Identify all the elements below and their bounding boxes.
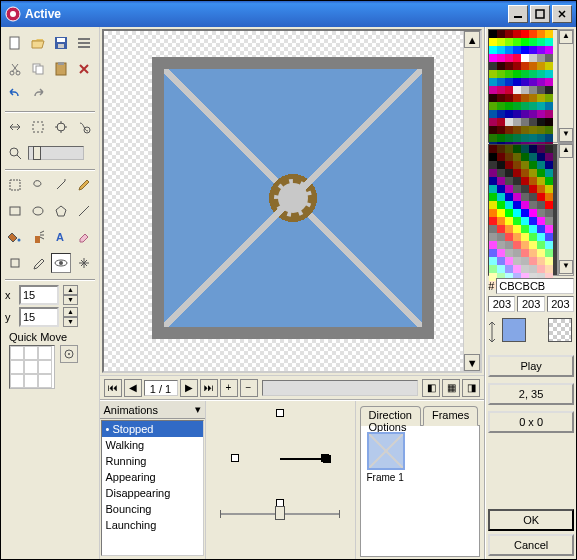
shade-swatch[interactable]	[497, 201, 505, 209]
palette-swatch[interactable]	[497, 134, 505, 142]
palette-swatch[interactable]	[545, 30, 553, 38]
shade-swatch[interactable]	[489, 233, 497, 241]
shade-swatch[interactable]	[489, 257, 497, 265]
shade-swatch[interactable]	[521, 225, 529, 233]
shade-swatch[interactable]	[497, 265, 505, 273]
shape-icon[interactable]	[5, 253, 25, 273]
shade-swatch[interactable]	[513, 145, 521, 153]
palette-swatch[interactable]	[513, 62, 521, 70]
shade-swatch[interactable]	[529, 225, 537, 233]
shade-swatch[interactable]	[537, 193, 545, 201]
palette-swatch[interactable]	[513, 134, 521, 142]
shade-swatch[interactable]	[489, 217, 497, 225]
size-display[interactable]: 0 x 0	[488, 411, 574, 433]
palette-swatch[interactable]	[497, 46, 505, 54]
palette-swatch[interactable]	[513, 70, 521, 78]
shade-swatch[interactable]	[497, 249, 505, 257]
palette-swatch[interactable]	[489, 94, 497, 102]
shade-swatch[interactable]	[529, 241, 537, 249]
shade-swatch[interactable]	[521, 177, 529, 185]
shade-swatch[interactable]	[537, 241, 545, 249]
new-icon[interactable]	[5, 33, 25, 53]
anim-item-walking[interactable]: Walking	[102, 437, 203, 453]
shade-swatch[interactable]	[545, 201, 553, 209]
animations-list[interactable]: • Stopped Walking Running Appearing Disa…	[101, 420, 204, 556]
eraser-icon[interactable]	[74, 227, 94, 247]
tab-frames[interactable]: Frames	[423, 406, 478, 426]
shade-swatch[interactable]	[489, 225, 497, 233]
palette-swatch[interactable]	[513, 86, 521, 94]
shade-swatch[interactable]	[545, 225, 553, 233]
anim-item-running[interactable]: Running	[102, 453, 203, 469]
shade-swatch[interactable]	[529, 217, 537, 225]
animations-dropdown-icon[interactable]: ▾	[195, 403, 201, 416]
palette-swatch[interactable]	[545, 62, 553, 70]
shade-swatch[interactable]	[545, 265, 553, 273]
g-input[interactable]: 203	[517, 296, 544, 312]
palette-swatch[interactable]	[521, 62, 529, 70]
x-down-button[interactable]: ▼	[63, 295, 78, 305]
shade-swatch[interactable]	[545, 241, 553, 249]
shade-swatch[interactable]	[529, 185, 537, 193]
coords-display[interactable]: 2, 35	[488, 383, 574, 405]
palette-swatch[interactable]	[497, 94, 505, 102]
shade-swatch[interactable]	[489, 185, 497, 193]
shade-swatch[interactable]	[489, 209, 497, 217]
palette-swatch[interactable]	[521, 110, 529, 118]
palette-swatch[interactable]	[497, 30, 505, 38]
palette-swatch[interactable]	[529, 46, 537, 54]
palette-swatch[interactable]	[545, 118, 553, 126]
shade-swatch[interactable]	[489, 249, 497, 257]
shade-swatch[interactable]	[513, 257, 521, 265]
lasso-icon[interactable]	[28, 175, 48, 195]
shade-swatch[interactable]	[529, 145, 537, 153]
y-input[interactable]: 15	[19, 307, 59, 327]
palette-swatch[interactable]	[489, 86, 497, 94]
shade-swatch[interactable]	[537, 265, 545, 273]
palette-swatch[interactable]	[489, 30, 497, 38]
scroll-up-icon[interactable]: ▲	[464, 31, 480, 48]
shade-swatch[interactable]	[529, 209, 537, 217]
palette-swatch[interactable]	[489, 118, 497, 126]
shade-swatch[interactable]	[489, 145, 497, 153]
shade-swatch[interactable]	[489, 161, 497, 169]
palette-swatch[interactable]	[489, 46, 497, 54]
shade-swatch[interactable]	[545, 209, 553, 217]
frame-add-button[interactable]: +	[220, 379, 238, 397]
shade-swatch[interactable]	[513, 225, 521, 233]
frame-slider[interactable]	[262, 380, 419, 396]
shade-swatch[interactable]	[489, 177, 497, 185]
palette-swatch[interactable]	[521, 38, 529, 46]
select-icon[interactable]	[5, 175, 25, 195]
frame-tool1-button[interactable]: ◧	[422, 379, 440, 397]
shade-swatch[interactable]	[505, 169, 513, 177]
anim-item-disappearing[interactable]: Disappearing	[102, 485, 203, 501]
picker-icon[interactable]	[28, 253, 48, 273]
quickmove-grid[interactable]	[9, 345, 55, 389]
shade-swatch[interactable]	[529, 233, 537, 241]
shade-swatch[interactable]	[513, 265, 521, 273]
delete-icon[interactable]	[74, 59, 94, 79]
x-up-button[interactable]: ▲	[63, 285, 78, 295]
shade-swatch[interactable]	[489, 265, 497, 273]
hex-input[interactable]: CBCBCB	[496, 278, 574, 294]
palette-swatch[interactable]	[545, 102, 553, 110]
shade-swatch[interactable]	[505, 241, 513, 249]
palette-swatch[interactable]	[489, 62, 497, 70]
palette-swatch[interactable]	[513, 78, 521, 86]
palette-swatch[interactable]	[505, 54, 513, 62]
minimize-button[interactable]	[508, 5, 528, 23]
shade-swatch[interactable]	[521, 153, 529, 161]
shade-swatch[interactable]	[505, 185, 513, 193]
palette-swatch[interactable]	[513, 126, 521, 134]
palette-swatch[interactable]	[505, 126, 513, 134]
palette-swatch[interactable]	[497, 78, 505, 86]
palette-swatch[interactable]	[545, 86, 553, 94]
palette-swatch[interactable]	[521, 118, 529, 126]
copy-icon[interactable]	[28, 59, 48, 79]
palette-swatch[interactable]	[513, 30, 521, 38]
palette-swatch[interactable]	[537, 110, 545, 118]
shade-swatch[interactable]	[529, 265, 537, 273]
palette-swatch[interactable]	[529, 78, 537, 86]
anim-item-launching[interactable]: Launching	[102, 517, 203, 533]
